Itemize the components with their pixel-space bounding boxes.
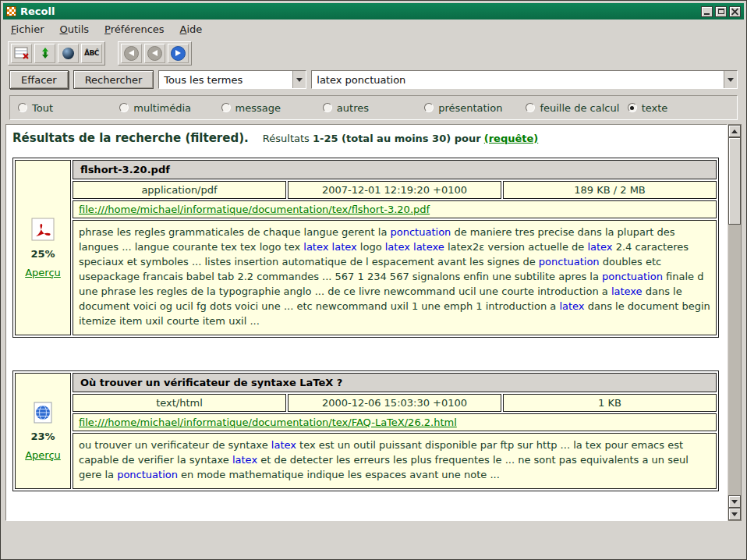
status-bar — [3, 523, 744, 557]
close-icon — [731, 8, 738, 15]
search-mode-select[interactable]: Tous les termes — [158, 70, 306, 89]
relevance-percent: 23% — [30, 431, 55, 442]
minimize-button[interactable] — [701, 6, 713, 17]
recoll-window: Recoll Fichier Outils Préférences Aide — [0, 0, 747, 560]
search-button[interactable]: Rechercher — [73, 70, 154, 89]
next-page-button[interactable] — [168, 44, 189, 63]
result-title: Où trouver un vérificateur de syntaxe La… — [73, 373, 717, 392]
term-explorer-button[interactable]: ÂBĈ — [81, 44, 102, 63]
result-url-row: file:///home/michael/informatique/docume… — [73, 413, 717, 431]
radio-icon — [323, 103, 332, 112]
app-icon — [6, 6, 16, 16]
sphere-icon — [62, 48, 74, 59]
clear-search-icon — [14, 47, 29, 60]
pdf-file-icon — [31, 218, 55, 241]
preview-link[interactable]: Aperçu — [25, 267, 61, 278]
result-title: flshort-3.20.pdf — [73, 160, 717, 179]
result-title-row: flshort-3.20.pdf — [73, 160, 717, 179]
scrollbar-thumb[interactable] — [728, 137, 741, 225]
title-bar[interactable]: Recoll — [3, 3, 744, 19]
result-mime: text/html — [73, 394, 286, 412]
filter-radio-tout[interactable]: Tout — [18, 102, 119, 114]
menu-outils[interactable]: Outils — [60, 23, 90, 35]
maximize-icon — [718, 9, 724, 14]
relevance-percent: 25% — [30, 248, 55, 260]
result-snippet: ou trouver un verificateur de syntaxe la… — [73, 433, 717, 489]
toolbar: ÂBĈ — [3, 39, 744, 67]
window-controls — [701, 6, 741, 17]
result-url-row: file:///home/michael/informatique/docume… — [73, 200, 717, 218]
menu-aide[interactable]: Aide — [180, 23, 203, 35]
radio-icon — [221, 103, 231, 112]
filter-radio-autres[interactable]: autres — [323, 102, 424, 114]
results-area: Résultats de la recherche (filtered). Ré… — [5, 124, 742, 521]
menu-fichier[interactable]: Fichier — [11, 23, 44, 35]
chevron-down-icon — [296, 78, 303, 82]
result-url-link[interactable]: file:///home/michael/informatique/docume… — [79, 416, 457, 428]
arrow-up-icon — [731, 129, 738, 133]
html-file-icon — [32, 402, 54, 424]
scrollbar-track[interactable] — [728, 225, 741, 495]
term-explorer-icon: ÂBĈ — [84, 49, 99, 57]
menu-bar: Fichier Outils Préférences Aide — [3, 19, 744, 39]
search-mode-value: Tous les termes — [159, 74, 292, 86]
result-snippet-row: ou trouver un verificateur de syntaxe la… — [73, 433, 717, 489]
results-range: 1-25 (total au moins 30) pour — [313, 133, 481, 144]
search-query-combo — [311, 70, 738, 89]
result-size: 189 KB / 2 MB — [503, 181, 717, 199]
result-url-link[interactable]: file:///home/michael/informatique/docume… — [79, 204, 430, 215]
result-meta-row: application/pdf 2007-12-01 12:19:20 +010… — [73, 181, 717, 199]
filter-radio-multimedia[interactable]: multimédia — [119, 102, 221, 114]
result-side-panel: 23% Aperçu — [15, 373, 71, 489]
scrollbar-down-button-outer[interactable] — [728, 508, 741, 520]
category-filter-bar: Tout multimédia message autres présentat… — [9, 95, 738, 120]
result-item: 25% Aperçu flshort-3.20.pdf application/… — [12, 158, 719, 338]
result-snippet: phrase les regles grammaticales de chaqu… — [73, 220, 717, 335]
previous-page-icon — [147, 46, 162, 61]
filter-radio-feuille-de-calcul[interactable]: feuille de calcul — [526, 102, 627, 114]
arrow-down-icon — [731, 500, 738, 504]
radio-icon — [628, 103, 637, 112]
results-scrollbar[interactable] — [728, 124, 742, 521]
result-title-row: Où trouver un vérificateur de syntaxe La… — [73, 373, 717, 392]
filter-radio-texte[interactable]: texte — [628, 102, 729, 114]
result-table: Où trouver un vérificateur de syntaxe La… — [73, 373, 717, 489]
scrollbar-up-button[interactable] — [728, 125, 741, 137]
result-table: flshort-3.20.pdf application/pdf 2007-12… — [73, 160, 717, 335]
results-title: Résultats de la recherche (filtered). — [12, 131, 249, 145]
previous-page-button[interactable] — [144, 44, 165, 63]
result-meta-row: text/html 2000-12-06 15:03:30 +0100 1 KB — [73, 394, 717, 412]
results-header: Résultats de la recherche (filtered). Ré… — [12, 131, 722, 145]
minimize-icon — [704, 13, 710, 15]
search-history-dropdown-button[interactable] — [724, 71, 737, 88]
update-index-button[interactable] — [34, 44, 55, 63]
clear-button[interactable]: Effacer — [9, 70, 69, 89]
radio-icon — [526, 103, 535, 112]
maximize-button[interactable] — [715, 6, 727, 17]
first-page-button[interactable] — [121, 44, 142, 63]
search-row: Effacer Rechercher Tous les termes — [9, 69, 738, 90]
filter-radio-message[interactable]: message — [221, 102, 323, 114]
query-link[interactable]: (requête) — [484, 133, 539, 144]
radio-icon — [18, 103, 27, 112]
scrollbar-down-button[interactable] — [728, 495, 741, 508]
window-title: Recoll — [20, 5, 55, 17]
preview-link[interactable]: Aperçu — [25, 449, 61, 461]
filter-radio-presentation[interactable]: présentation — [424, 102, 526, 114]
radio-icon — [119, 103, 129, 112]
clear-search-button[interactable] — [11, 44, 32, 63]
toolbar-nav-group — [118, 41, 192, 66]
result-side-panel: 25% Aperçu — [15, 160, 71, 335]
results-count-prefix: Résultats — [263, 133, 310, 144]
result-size: 1 KB — [503, 394, 717, 412]
result-list-panel: Résultats de la recherche (filtered). Ré… — [5, 124, 728, 521]
search-input[interactable] — [312, 74, 724, 86]
first-page-icon — [124, 46, 139, 61]
toolbar-tools-group: ÂBĈ — [8, 41, 105, 66]
menu-preferences[interactable]: Préférences — [104, 23, 164, 35]
show-query-detail-button[interactable] — [58, 44, 79, 63]
result-url-cell: file:///home/michael/informatique/docume… — [73, 413, 717, 431]
update-index-icon — [39, 47, 51, 59]
close-button[interactable] — [729, 6, 741, 17]
search-mode-dropdown-button[interactable] — [292, 71, 306, 88]
